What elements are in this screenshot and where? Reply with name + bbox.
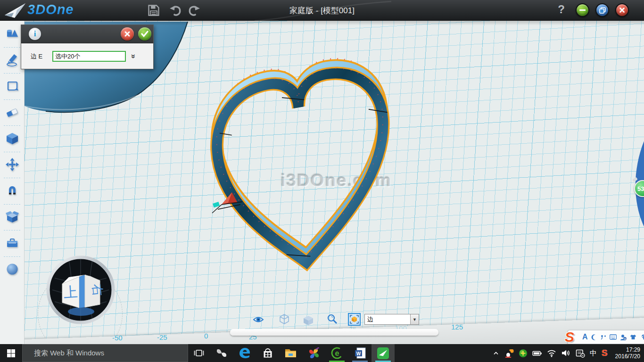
svg-text:e: e bbox=[335, 349, 339, 357]
dialog-confirm-button[interactable] bbox=[138, 27, 151, 41]
toolbox-icon bbox=[5, 236, 19, 250]
restore-button[interactable] bbox=[595, 3, 609, 17]
eraser-tool[interactable] bbox=[0, 99, 24, 126]
move-tool[interactable] bbox=[0, 152, 24, 178]
heart-model[interactable] bbox=[200, 56, 403, 279]
material-sphere-icon bbox=[5, 262, 19, 276]
green-e-browser-icon: e bbox=[331, 347, 343, 359]
horizontal-scrollbar[interactable] bbox=[230, 329, 438, 336]
ime-punctuation-icon[interactable] bbox=[601, 334, 606, 340]
desktop-screen: i3DOne.com bbox=[0, 0, 644, 362]
task-view-button[interactable] bbox=[188, 344, 210, 362]
filter-type-dropdown[interactable]: 边 ▼ bbox=[364, 314, 419, 325]
close-button[interactable] bbox=[615, 3, 629, 17]
tray-date: 2016/7/20 bbox=[615, 353, 640, 360]
start-button[interactable] bbox=[0, 344, 22, 362]
special-features-tool[interactable] bbox=[0, 204, 24, 230]
tray-battery-icon[interactable] bbox=[532, 349, 542, 358]
taskbar-app-360-browser[interactable] bbox=[302, 344, 325, 362]
taskbar-app-file-explorer[interactable] bbox=[279, 344, 302, 362]
word-icon: W bbox=[354, 347, 366, 359]
taskbar-app-pinwheel[interactable] bbox=[210, 344, 233, 362]
store-icon bbox=[262, 347, 274, 359]
solid-cube-icon bbox=[5, 132, 19, 146]
magnet-snap-tool[interactable] bbox=[0, 178, 24, 204]
dialog-header[interactable]: i bbox=[21, 25, 153, 43]
taskbar-search-box[interactable]: 搜索 Web 和 Windows bbox=[22, 344, 188, 362]
colorful-pinwheel-icon bbox=[308, 347, 320, 359]
toolbox-tool[interactable] bbox=[0, 230, 24, 256]
taskbar-app-store[interactable] bbox=[256, 344, 279, 362]
material-render-tool[interactable] bbox=[0, 256, 24, 283]
edge-field-label: 边 E bbox=[26, 52, 52, 61]
windows-logo-icon bbox=[7, 349, 15, 357]
help-button[interactable]: ? bbox=[558, 3, 565, 16]
edge-selection-input[interactable] bbox=[52, 51, 126, 62]
tray-action-center-icon[interactable] bbox=[575, 349, 585, 358]
minimize-button[interactable] bbox=[576, 3, 589, 17]
info-icon: i bbox=[29, 28, 41, 40]
solid-cube-tool[interactable] bbox=[0, 125, 24, 152]
ime-english-mode-icon[interactable]: A bbox=[582, 333, 588, 341]
ime-settings-wrench-icon[interactable] bbox=[640, 334, 644, 340]
ime-skin-shirt-icon[interactable] bbox=[630, 334, 636, 340]
taskbar-app-360-speed-browser[interactable]: e bbox=[325, 344, 348, 362]
document-title: 家庭版 - [模型001] bbox=[0, 5, 644, 16]
axis-label: 0 bbox=[204, 332, 208, 340]
folder-icon bbox=[284, 347, 297, 359]
viewcube-right-label: 右 bbox=[90, 283, 106, 297]
3done-taskbar-icon bbox=[377, 347, 389, 360]
taskbar-app-edge[interactable] bbox=[233, 344, 256, 362]
axis-label: 125 bbox=[451, 323, 463, 331]
visibility-eye-icon[interactable] bbox=[253, 315, 264, 324]
tray-clock[interactable]: 17:29 2016/7/20 bbox=[612, 346, 640, 360]
tray-time: 17:29 bbox=[615, 346, 640, 353]
sogou-ime-bar: S A 11 bbox=[568, 330, 644, 344]
tray-360-ball-icon[interactable] bbox=[519, 349, 528, 358]
sketch-shape-icon bbox=[5, 79, 19, 93]
ime-soft-keyboard-icon[interactable] bbox=[610, 334, 617, 340]
dropdown-arrow-icon[interactable]: ▼ bbox=[410, 314, 419, 324]
ime-account-icon[interactable]: 11 bbox=[620, 334, 627, 340]
primitives-icon bbox=[5, 27, 19, 41]
search-placeholder: 搜索 Web 和 Windows bbox=[23, 349, 104, 358]
open-box-icon bbox=[5, 210, 19, 224]
wireframe-cube-icon[interactable] bbox=[279, 313, 289, 325]
edge-selection-dialog: i 边 E » bbox=[21, 25, 154, 69]
magnet-icon bbox=[5, 184, 19, 198]
eraser-icon bbox=[5, 105, 19, 119]
ime-halfwidth-moon-icon[interactable] bbox=[591, 334, 597, 340]
view-cube[interactable]: 上 右 bbox=[45, 255, 116, 325]
windows-taskbar: 搜索 Web 和 Windows bbox=[0, 344, 644, 362]
taskbar-app-3done[interactable] bbox=[372, 344, 395, 362]
axis-label: -25 bbox=[157, 333, 167, 341]
tray-wifi-icon[interactable] bbox=[547, 349, 556, 357]
sogou-logo-icon[interactable]: S bbox=[561, 329, 578, 345]
svg-text:11: 11 bbox=[623, 337, 626, 340]
tray-sogou-icon[interactable]: S bbox=[602, 348, 608, 358]
title-bar: 3DOne 家庭版 - [模型001] ? bbox=[0, 0, 644, 21]
dialog-cancel-button[interactable] bbox=[121, 27, 134, 41]
pinwheel-icon bbox=[215, 347, 228, 359]
taskbar-app-word[interactable]: W bbox=[348, 344, 372, 362]
move-arrows-icon bbox=[5, 157, 19, 172]
drag-arrow-manipulator[interactable] bbox=[207, 189, 245, 219]
dialog-expand-icon[interactable]: » bbox=[130, 54, 138, 58]
task-view-icon bbox=[193, 348, 205, 358]
viewcube-top-label: 上 bbox=[63, 284, 78, 300]
system-tray: 中 S 17:29 2016/7/20 bbox=[492, 344, 644, 362]
shaded-cube-icon[interactable] bbox=[303, 315, 314, 326]
filter-dropdown-value: 边 bbox=[365, 315, 410, 324]
sketch-pencil-icon bbox=[5, 53, 19, 67]
tray-chevron-up-icon[interactable] bbox=[492, 350, 500, 356]
tray-qq-icon[interactable] bbox=[504, 349, 514, 358]
edge-icon bbox=[239, 347, 251, 359]
tray-ime-indicator[interactable]: 中 bbox=[590, 349, 597, 358]
selection-filter-icon[interactable] bbox=[348, 313, 361, 326]
zoom-magnifier-icon[interactable] bbox=[327, 313, 338, 325]
svg-text:W: W bbox=[356, 351, 361, 356]
tray-volume-icon[interactable] bbox=[561, 349, 570, 357]
axis-label: -50 bbox=[112, 334, 123, 342]
sketch-shape-tool[interactable] bbox=[0, 73, 24, 99]
